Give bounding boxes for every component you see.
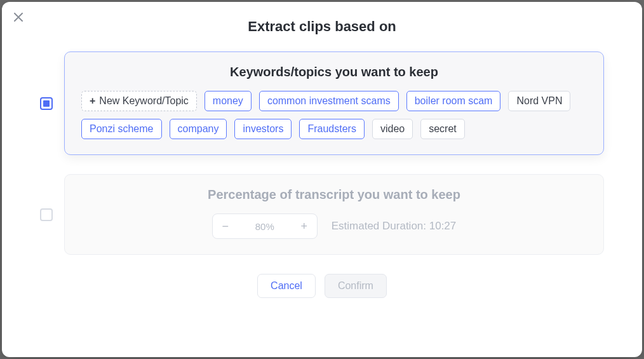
keyword-tag[interactable]: boiler room scam	[406, 91, 501, 111]
percentage-card: Percentage of transcript you want to kee…	[64, 174, 604, 255]
keyword-tag[interactable]: Fraudsters	[299, 119, 364, 139]
close-icon	[14, 13, 23, 22]
add-keyword-label: New Keyword/Topic	[99, 96, 189, 106]
keyword-tag[interactable]: video	[372, 119, 413, 139]
keywords-card: Keywords/topics you want to keep + New K…	[64, 51, 604, 155]
add-keyword-button[interactable]: + New Keyword/Topic	[81, 91, 197, 111]
keywords-tags: + New Keyword/Topic moneycommon investme…	[81, 91, 587, 139]
percentage-row: Percentage of transcript you want to kee…	[40, 174, 604, 255]
extract-clips-modal: Extract clips based on Keywords/topics y…	[2, 2, 642, 357]
keyword-tag[interactable]: common investment scams	[259, 91, 399, 111]
keyword-tag[interactable]: money	[205, 91, 252, 111]
percentage-card-title: Percentage of transcript you want to kee…	[81, 187, 587, 202]
modal-title: Extract clips based on	[2, 18, 642, 35]
keyword-tag[interactable]: secret	[420, 119, 465, 139]
keyword-tag[interactable]: investors	[234, 119, 292, 139]
percentage-controls: − 80% + Estimated Duration: 10:27	[81, 213, 587, 239]
confirm-button[interactable]: Confirm	[325, 274, 387, 298]
stepper-decrement[interactable]: −	[213, 213, 238, 239]
cancel-button[interactable]: Cancel	[257, 274, 316, 298]
plus-icon: +	[90, 96, 95, 106]
close-button[interactable]	[12, 11, 25, 24]
checkbox-indicator	[43, 100, 50, 107]
stepper-increment[interactable]: +	[292, 213, 317, 239]
percentage-stepper: − 80% +	[212, 213, 318, 239]
keyword-tag[interactable]: Nord VPN	[508, 91, 570, 111]
stepper-value: 80%	[238, 221, 292, 232]
estimated-duration: Estimated Duration: 10:27	[332, 220, 457, 233]
percentage-checkbox[interactable]	[40, 208, 53, 221]
modal-content: Keywords/topics you want to keep + New K…	[2, 51, 642, 298]
keyword-tag[interactable]: Ponzi scheme	[81, 119, 162, 139]
keywords-row: Keywords/topics you want to keep + New K…	[40, 51, 604, 155]
keywords-checkbox[interactable]	[40, 97, 53, 110]
keyword-tag[interactable]: company	[170, 119, 227, 139]
modal-footer: Cancel Confirm	[40, 274, 604, 298]
keywords-card-title: Keywords/topics you want to keep	[81, 65, 587, 79]
